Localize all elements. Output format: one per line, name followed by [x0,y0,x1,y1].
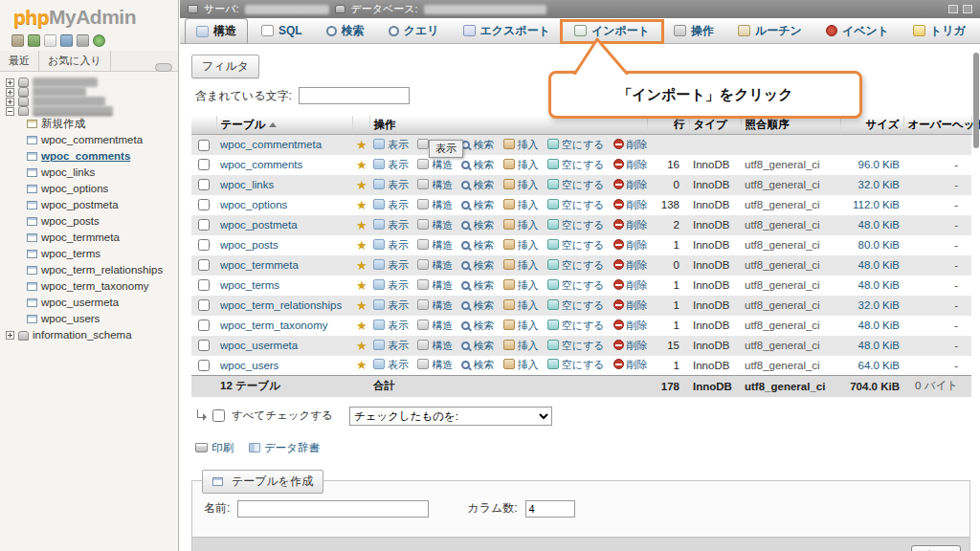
structure-action[interactable]: 構造 [417,279,453,291]
table-name-link[interactable]: wpoc_posts [220,239,278,251]
favorite-star-icon[interactable]: ★ [356,138,368,152]
row-checkbox[interactable] [198,340,210,351]
table-name-link[interactable]: wpoc_term_taxonomy [220,320,328,331]
go-button[interactable]: 実行 [911,545,961,551]
tree-table-link[interactable]: wpoc_term_taxonomy [41,278,149,295]
table-size[interactable]: 48.0 KiB [840,255,903,276]
expand-icon[interactable] [6,78,14,87]
tree-table-link[interactable]: wpoc_comments [41,148,130,165]
tree-table-item[interactable]: wpoc_termmeta [6,230,176,246]
collapse-icon[interactable] [6,107,14,116]
drop-action[interactable]: 削除 [613,159,648,170]
server-label[interactable]: サーバ: [204,2,239,16]
browse-action[interactable]: 表示 [373,259,409,271]
collation[interactable]: utf8_general_ci [741,195,840,215]
search-action[interactable]: 検索 [461,359,494,370]
table-size[interactable]: 32.0 KiB [840,175,903,195]
page-tab[interactable]: SQL [251,18,313,43]
favorite-star-icon[interactable]: ★ [356,218,368,232]
table-name-input[interactable] [237,500,429,518]
expand-icon[interactable] [6,88,14,97]
insert-action[interactable]: 挿入 [503,239,539,251]
empty-action[interactable]: 空にする [547,340,605,351]
table-size[interactable]: 48.0 KiB [840,215,903,235]
tree-table-link[interactable]: wpoc_usermeta [41,295,119,311]
collation[interactable]: utf8_general_ci [741,296,840,316]
empty-action[interactable]: 空にする [547,199,605,210]
row-checkbox[interactable] [198,140,210,151]
tree-table-item[interactable]: wpoc_usermeta [6,295,176,311]
header-table[interactable]: テーブル [216,116,352,135]
structure-action[interactable]: 構造 [417,340,453,351]
insert-action[interactable]: 挿入 [503,139,539,150]
expand-icon[interactable] [6,98,14,106]
row-checkbox[interactable] [198,199,210,210]
drop-action[interactable]: 削除 [613,320,648,331]
row-checkbox[interactable] [198,259,210,271]
search-action[interactable]: 検索 [461,239,494,251]
insert-action[interactable]: 挿入 [503,219,539,231]
browse-action[interactable]: 表示 [373,320,409,331]
tree-table-item[interactable]: wpoc_options [6,181,176,197]
insert-action[interactable]: 挿入 [503,299,539,311]
columns-count-input[interactable] [525,500,575,518]
search-action[interactable]: 検索 [461,219,494,231]
refresh-icon[interactable] [93,34,105,47]
drop-action[interactable]: 削除 [613,219,648,231]
tree-table-item[interactable]: wpoc_term_taxonomy [6,278,176,295]
search-action[interactable]: 検索 [461,159,494,170]
tree-table-link[interactable]: wpoc_postmeta [41,197,119,213]
browse-action[interactable]: 表示 [373,299,409,311]
drop-action[interactable]: 削除 [613,340,648,351]
insert-action[interactable]: 挿入 [503,259,539,271]
tree-table-link[interactable]: wpoc_posts [41,213,100,230]
help-icon[interactable] [60,34,73,47]
database-label[interactable]: データベース: [351,2,418,16]
page-tab[interactable]: 構造 [185,18,248,43]
insert-action[interactable]: 挿入 [503,320,539,331]
tree-table-item[interactable]: wpoc_postmeta [6,197,176,213]
search-action[interactable]: 検索 [461,299,494,311]
favorite-star-icon[interactable]: ★ [356,198,368,212]
insert-action[interactable]: 挿入 [503,279,539,291]
sidebar-nav-tab[interactable]: お気に入り [39,51,111,71]
tree-table-link[interactable]: wpoc_links [41,165,95,181]
table-size[interactable]: 112.0 KiB [840,195,903,215]
drop-action[interactable]: 削除 [613,299,648,311]
tree-table-item[interactable]: wpoc_term_relationships [6,262,176,278]
table-name-link[interactable]: wpoc_links [220,179,274,190]
tree-table-link[interactable]: wpoc_commentmeta [41,132,143,148]
table-size[interactable]: 80.0 KiB [840,235,903,255]
tree-table-item[interactable]: wpoc_links [6,165,176,181]
table-name-link[interactable]: wpoc_options [220,199,287,210]
tree-table-item[interactable]: wpoc_users [6,311,176,327]
tree-item-information-schema[interactable]: information_schema [6,327,176,343]
table-size[interactable]: 48.0 KiB [840,316,903,336]
row-checkbox[interactable] [198,159,210,170]
structure-action[interactable]: 構造 [417,159,453,170]
browse-action[interactable]: 表示 [373,340,409,351]
collation[interactable]: utf8_general_ci [741,356,840,376]
tree-table-link[interactable]: wpoc_options [41,181,108,197]
logout-icon[interactable] [28,34,40,47]
favorite-star-icon[interactable]: ★ [356,298,368,313]
insert-action[interactable]: 挿入 [503,199,539,210]
table-name-link[interactable]: wpoc_users [220,360,278,371]
empty-action[interactable]: 空にする [547,219,605,231]
phpmyadmin-logo[interactable]: phpMyAdmin [0,0,178,31]
empty-action[interactable]: 空にする [547,279,605,291]
masked-database-item-expanded[interactable] [6,106,176,116]
structure-action[interactable]: 構造 [417,320,453,331]
table-name-link[interactable]: wpoc_usermeta [220,340,298,351]
information-schema-link[interactable]: information_schema [33,327,132,343]
browse-action[interactable]: 表示 [373,239,409,251]
table-name-link[interactable]: wpoc_postmeta [220,219,298,231]
page-tab[interactable]: ルーチン [727,18,813,43]
drop-action[interactable]: 削除 [613,359,648,370]
table-name-link[interactable]: wpoc_terms [220,279,279,291]
browse-action[interactable]: 表示 [373,279,409,291]
row-checkbox[interactable] [198,320,210,331]
settings-icon[interactable] [77,34,89,47]
table-size[interactable] [840,135,903,155]
tree-table-item[interactable]: wpoc_comments [6,148,176,165]
